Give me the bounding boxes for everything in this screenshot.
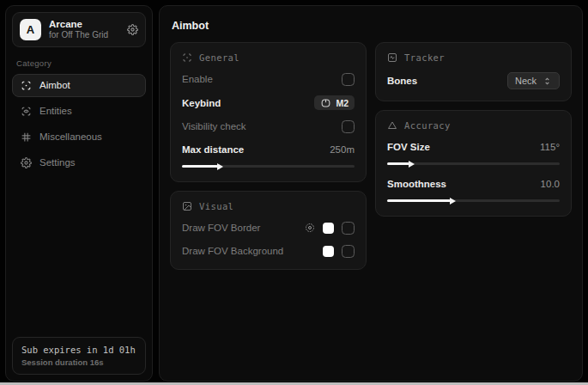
category-label: Category [16, 58, 142, 68]
keybind-value: M2 [336, 98, 349, 108]
panel-accuracy-header: Accuracy [387, 120, 560, 131]
max-distance-slider[interactable] [182, 162, 355, 170]
activity-icon [387, 52, 397, 63]
sidebar-item-label: Entities [39, 106, 72, 116]
visibility-check-checkbox[interactable] [342, 120, 355, 133]
crosshair-icon [21, 80, 32, 91]
brand-text: Arcane for Off The Grid [49, 18, 119, 41]
setting-label: Keybind [182, 98, 221, 108]
brand-subtitle: for Off The Grid [49, 30, 119, 41]
setting-row-max-distance: Max distance 250m [182, 143, 355, 156]
smoothness-value: 10.0 [541, 179, 560, 189]
setting-label: Max distance [182, 144, 244, 155]
session-duration-text: Session duration 16s [21, 358, 136, 367]
panel-tracker: Tracker Bones Neck [375, 42, 572, 101]
sub-expiry-text: Sub expires in 1d 01h [21, 345, 136, 355]
gear-icon [21, 157, 32, 168]
sidebar-nav: Aimbot Entities [12, 74, 146, 174]
bones-select[interactable]: Neck [507, 72, 560, 89]
panel-title: General [199, 52, 239, 63]
setting-label: Bones [387, 76, 417, 86]
max-distance-value: 250m [330, 144, 355, 155]
setting-row-enable: Enable [182, 72, 355, 86]
setting-label: Smoothness [387, 179, 446, 189]
sidebar-item-entities[interactable]: Entities [12, 100, 146, 123]
panel-general: General Enable Keybind [170, 42, 367, 182]
panel-general-header: General [182, 52, 355, 63]
panel-title: Accuracy [404, 120, 451, 131]
setting-label: Draw FOV Border [182, 223, 260, 233]
setting-row-bones: Bones Neck [387, 72, 560, 89]
setting-row-fov-size: FOV Size 115° [387, 140, 560, 154]
app-window: A Arcane for Off The Grid Category [0, 0, 588, 385]
setting-label: FOV Size [387, 142, 430, 152]
crosshair-icon [182, 52, 192, 63]
setting-row-draw-fov-border: Draw FOV Border [182, 221, 355, 235]
fov-background-color-swatch[interactable] [323, 246, 334, 257]
setting-label: Enable [182, 74, 213, 84]
fov-size-slider[interactable] [387, 160, 560, 168]
setting-label: Visibility check [182, 121, 246, 131]
gear-icon[interactable] [127, 24, 138, 35]
panel-tracker-header: Tracker [387, 52, 560, 63]
main-content: Aimbot General [159, 5, 583, 382]
sidebar-item-label: Miscellaneous [39, 131, 102, 142]
bones-selected-value: Neck [515, 76, 536, 86]
setting-row-visibility-check: Visibility check [182, 119, 355, 133]
brand-card: A Arcane for Off The Grid [12, 12, 146, 47]
panel-visual: Visual Draw FOV Border [170, 191, 367, 270]
keybind-button[interactable]: M2 [314, 95, 355, 110]
fov-border-color-swatch[interactable] [323, 223, 334, 234]
draw-fov-background-checkbox[interactable] [342, 245, 355, 258]
panel-accuracy: Accuracy FOV Size 115° Smoothness 10.0 [375, 110, 572, 217]
panel-title: Tracker [404, 52, 445, 63]
sidebar-item-aimbot[interactable]: Aimbot [12, 74, 146, 97]
setting-row-keybind: Keybind M2 [182, 95, 355, 110]
sidebar: A Arcane for Off The Grid Category [5, 5, 153, 382]
mouse-icon [320, 99, 331, 107]
sidebar-item-settings[interactable]: Settings [12, 151, 146, 174]
enable-checkbox[interactable] [342, 73, 355, 86]
image-icon [182, 201, 192, 211]
panel-visual-header: Visual [182, 201, 355, 211]
fov-size-value: 115° [540, 142, 560, 152]
setting-row-smoothness: Smoothness 10.0 [387, 177, 560, 191]
gear-icon[interactable] [305, 223, 315, 233]
setting-label: Draw FOV Background [182, 246, 283, 256]
subscription-card: Sub expires in 1d 01h Session duration 1… [12, 337, 146, 375]
grid-icon [21, 131, 32, 143]
draw-fov-border-checkbox[interactable] [342, 222, 355, 235]
brand-title: Arcane [49, 18, 119, 30]
sidebar-item-miscellaneous[interactable]: Miscellaneous [12, 125, 146, 149]
sidebar-item-label: Settings [39, 157, 76, 168]
smoothness-slider[interactable] [387, 197, 560, 205]
page-title: Aimbot [172, 20, 570, 32]
unfold-arrows-icon [543, 76, 552, 86]
eye-icon [21, 106, 32, 117]
sidebar-item-label: Aimbot [39, 80, 70, 90]
panel-title: Visual [199, 201, 233, 211]
setting-row-draw-fov-background: Draw FOV Background [182, 244, 355, 258]
triangle-icon [387, 120, 397, 131]
brand-logo: A [20, 19, 41, 40]
